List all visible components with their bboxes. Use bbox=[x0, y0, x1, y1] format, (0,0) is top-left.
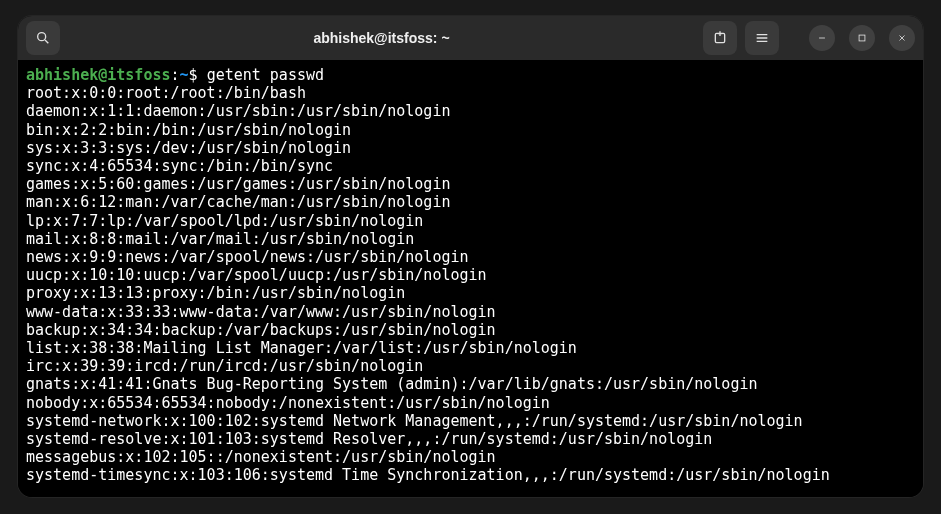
maximize-icon bbox=[857, 33, 867, 43]
output-line: root:x:0:0:root:/root:/bin/bash bbox=[26, 84, 915, 102]
output-line: sys:x:3:3:sys:/dev:/usr/sbin/nologin bbox=[26, 139, 915, 157]
window-title: abhishek@itsfoss: ~ bbox=[68, 30, 695, 46]
output-line: news:x:9:9:news:/var/spool/news:/usr/sbi… bbox=[26, 248, 915, 266]
search-icon bbox=[35, 30, 51, 46]
titlebar: abhishek@itsfoss: ~ bbox=[18, 16, 923, 60]
svg-line-1 bbox=[45, 40, 48, 43]
output-line: gnats:x:41:41:Gnats Bug-Reporting System… bbox=[26, 375, 915, 393]
maximize-button[interactable] bbox=[849, 25, 875, 51]
terminal-body[interactable]: abhishek@itsfoss:~$ getent passwd root:x… bbox=[18, 60, 923, 497]
command-text: getent passwd bbox=[207, 66, 324, 84]
svg-rect-9 bbox=[859, 35, 865, 41]
prompt-dollar: $ bbox=[189, 66, 198, 84]
output-line: mail:x:8:8:mail:/var/mail:/usr/sbin/nolo… bbox=[26, 230, 915, 248]
output-line: man:x:6:12:man:/var/cache/man:/usr/sbin/… bbox=[26, 193, 915, 211]
output-line: lp:x:7:7:lp:/var/spool/lpd:/usr/sbin/nol… bbox=[26, 212, 915, 230]
close-icon bbox=[897, 33, 907, 43]
search-button[interactable] bbox=[26, 21, 60, 55]
output-line: systemd-network:x:100:102:systemd Networ… bbox=[26, 412, 915, 430]
output-line: bin:x:2:2:bin:/bin:/usr/sbin/nologin bbox=[26, 121, 915, 139]
output-line: sync:x:4:65534:sync:/bin:/bin/sync bbox=[26, 157, 915, 175]
minimize-icon bbox=[817, 33, 827, 43]
output-line: systemd-timesync:x:103:106:systemd Time … bbox=[26, 466, 915, 484]
prompt-path: ~ bbox=[180, 66, 189, 84]
command-line: abhishek@itsfoss:~$ getent passwd bbox=[26, 66, 915, 84]
output-line: messagebus:x:102:105::/nonexistent:/usr/… bbox=[26, 448, 915, 466]
terminal-output: root:x:0:0:root:/root:/bin/bashdaemon:x:… bbox=[26, 84, 915, 484]
output-line: backup:x:34:34:backup:/var/backups:/usr/… bbox=[26, 321, 915, 339]
output-line: www-data:x:33:33:www-data:/var/www:/usr/… bbox=[26, 303, 915, 321]
prompt-colon: : bbox=[171, 66, 180, 84]
output-line: nobody:x:65534:65534:nobody:/nonexistent… bbox=[26, 394, 915, 412]
output-line: daemon:x:1:1:daemon:/usr/sbin:/usr/sbin/… bbox=[26, 102, 915, 120]
output-line: games:x:5:60:games:/usr/games:/usr/sbin/… bbox=[26, 175, 915, 193]
menu-button[interactable] bbox=[745, 21, 779, 55]
prompt-userhost: abhishek@itsfoss bbox=[26, 66, 171, 84]
output-line: uucp:x:10:10:uucp:/var/spool/uucp:/usr/s… bbox=[26, 266, 915, 284]
svg-point-0 bbox=[38, 33, 46, 41]
hamburger-icon bbox=[754, 30, 770, 46]
output-line: list:x:38:38:Mailing List Manager:/var/l… bbox=[26, 339, 915, 357]
output-line: systemd-resolve:x:101:103:systemd Resolv… bbox=[26, 430, 915, 448]
new-tab-button[interactable] bbox=[703, 21, 737, 55]
output-line: proxy:x:13:13:proxy:/bin:/usr/sbin/nolog… bbox=[26, 284, 915, 302]
close-button[interactable] bbox=[889, 25, 915, 51]
terminal-window: abhishek@itsfoss: ~ abhishek@itsfoss:~$ … bbox=[18, 16, 923, 497]
output-line: irc:x:39:39:ircd:/run/ircd:/usr/sbin/nol… bbox=[26, 357, 915, 375]
new-tab-icon bbox=[712, 30, 728, 46]
minimize-button[interactable] bbox=[809, 25, 835, 51]
